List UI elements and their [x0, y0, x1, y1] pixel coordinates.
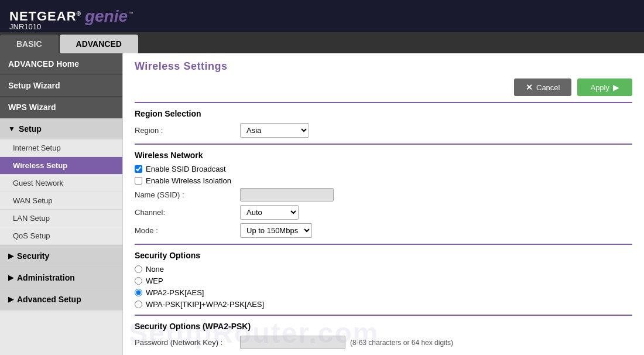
main-content: Wireless Settings ✕ Cancel Apply ▶ Regio… — [123, 53, 644, 355]
sidebar-section-security: ▶ Security — [0, 245, 122, 267]
region-selection-section: Region Selection Region : Asia North Ame… — [135, 109, 632, 138]
divider-1 — [135, 102, 632, 103]
main-layout: ADVANCED Home Setup Wizard WPS Wizard ▼ … — [0, 53, 644, 355]
apply-button[interactable]: Apply ▶ — [577, 78, 632, 96]
sidebar: ADVANCED Home Setup Wizard WPS Wizard ▼ … — [0, 53, 123, 355]
security-wpa2-radio[interactable] — [135, 289, 142, 296]
sidebar-item-guest-network[interactable]: Guest Network — [0, 175, 122, 192]
ssid-label: Name (SSID) : — [135, 190, 240, 199]
genie-logo: genie™ — [85, 7, 133, 26]
model-label: JNR1010 — [9, 22, 41, 31]
cancel-x-icon: ✕ — [526, 83, 533, 92]
sidebar-section-advanced-setup-header[interactable]: ▶ Advanced Setup — [0, 289, 122, 310]
sidebar-item-qos-setup[interactable]: QoS Setup — [0, 227, 122, 245]
security-none-label: None — [146, 265, 164, 274]
sidebar-section-administration-header[interactable]: ▶ Administration — [0, 267, 122, 288]
ssid-input[interactable] — [240, 188, 334, 202]
security-arrow-icon: ▶ — [8, 252, 13, 260]
sidebar-section-setup-header[interactable]: ▼ Setup — [0, 118, 122, 139]
security-wpa-combo-radio[interactable] — [135, 301, 142, 308]
brand-logo: NETGEAR® — [9, 9, 81, 24]
security-options-title: Security Options — [135, 251, 632, 260]
sidebar-advanced-home[interactable]: ADVANCED Home — [0, 53, 122, 75]
ssid-row: Name (SSID) : — [135, 188, 632, 202]
sidebar-setup-wizard[interactable]: Setup Wizard — [0, 75, 122, 97]
sidebar-section-security-header[interactable]: ▶ Security — [0, 245, 122, 267]
security-wpa-combo-row: WPA-PSK[TKIP]+WPA2-PSK[AES] — [135, 300, 632, 309]
security-wpa2-section: Security Options (WPA2-PSK) Password (Ne… — [135, 322, 632, 349]
tab-advanced[interactable]: ADVANCED — [60, 35, 138, 53]
sidebar-wps-wizard[interactable]: WPS Wizard — [0, 97, 122, 118]
password-row: Password (Network Key) : (8-63 character… — [135, 336, 632, 349]
advanced-setup-arrow-icon: ▶ — [8, 295, 13, 303]
divider-3 — [135, 244, 632, 245]
cancel-button[interactable]: ✕ Cancel — [514, 78, 571, 96]
sidebar-item-internet-setup[interactable]: Internet Setup — [0, 139, 122, 157]
wireless-network-title: Wireless Network — [135, 151, 632, 160]
region-section-title: Region Selection — [135, 109, 632, 118]
divider-2 — [135, 144, 632, 145]
security-none-row: None — [135, 265, 632, 274]
action-bar: ✕ Cancel Apply ▶ — [135, 78, 632, 96]
tab-bar: BASIC ADVANCED — [0, 32, 644, 53]
enable-isolation-label: Enable Wireless Isolation — [146, 176, 231, 185]
security-wpa2-row: WPA2-PSK[AES] — [135, 288, 632, 297]
enable-ssid-checkbox[interactable] — [135, 165, 142, 173]
sidebar-section-administration: ▶ Administration — [0, 267, 122, 289]
divider-4 — [135, 315, 632, 316]
region-row: Region : Asia North America Europe Austr… — [135, 123, 632, 138]
security-wep-radio[interactable] — [135, 277, 142, 285]
channel-row: Channel: Auto 1234 5678 91011 — [135, 205, 632, 220]
password-label: Password (Network Key) : — [135, 338, 240, 347]
security-options-section: Security Options None WEP WPA2-PSK[AES] … — [135, 251, 632, 309]
mode-row: Mode : Up to 54Mbps Up to 150Mbps — [135, 223, 632, 238]
enable-ssid-label: Enable SSID Broadcast — [146, 165, 226, 173]
sidebar-setup-items: Internet Setup Wireless Setup Guest Netw… — [0, 139, 122, 245]
security-wpa2-label: WPA2-PSK[AES] — [146, 288, 204, 297]
enable-isolation-row: Enable Wireless Isolation — [135, 176, 632, 185]
header: NETGEAR® genie™ JNR1010 — [0, 0, 644, 32]
region-select[interactable]: Asia North America Europe Australia Japa… — [240, 123, 309, 138]
channel-select[interactable]: Auto 1234 5678 91011 — [240, 205, 299, 220]
enable-isolation-checkbox[interactable] — [135, 177, 142, 185]
channel-label: Channel: — [135, 208, 240, 217]
security-wpa2-title: Security Options (WPA2-PSK) — [135, 322, 632, 331]
sidebar-item-lan-setup[interactable]: LAN Setup — [0, 210, 122, 227]
administration-arrow-icon: ▶ — [8, 274, 13, 282]
password-hint: (8-63 characters or 64 hex digits) — [350, 339, 453, 347]
wireless-network-section: Wireless Network Enable SSID Broadcast E… — [135, 151, 632, 238]
security-none-radio[interactable] — [135, 265, 142, 273]
sidebar-item-wan-setup[interactable]: WAN Setup — [0, 192, 122, 210]
setup-arrow-icon: ▼ — [8, 125, 15, 133]
page-title: Wireless Settings — [135, 60, 632, 73]
security-wep-row: WEP — [135, 277, 632, 285]
apply-arrow-icon: ▶ — [613, 83, 619, 92]
security-wpa-combo-label: WPA-PSK[TKIP]+WPA2-PSK[AES] — [146, 300, 264, 309]
mode-label: Mode : — [135, 226, 240, 235]
region-label: Region : — [135, 126, 240, 135]
security-wep-label: WEP — [146, 277, 163, 285]
sidebar-item-wireless-setup[interactable]: Wireless Setup — [0, 157, 122, 175]
sidebar-section-advanced-setup: ▶ Advanced Setup — [0, 289, 122, 310]
enable-ssid-row: Enable SSID Broadcast — [135, 165, 632, 173]
sidebar-section-setup: ▼ Setup Internet Setup Wireless Setup Gu… — [0, 118, 122, 245]
mode-select[interactable]: Up to 54Mbps Up to 150Mbps — [240, 223, 312, 238]
password-input[interactable] — [240, 336, 345, 349]
tab-basic[interactable]: BASIC — [0, 35, 59, 53]
